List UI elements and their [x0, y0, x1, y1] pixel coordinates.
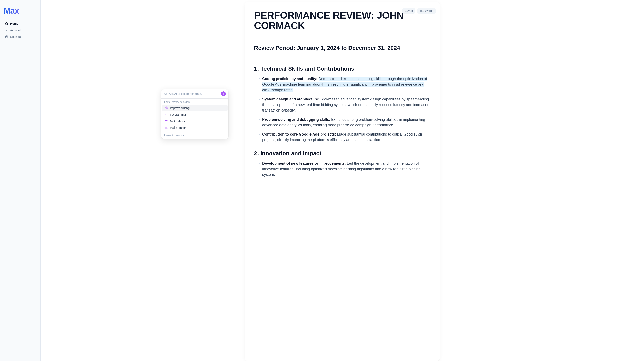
ai-popup: Edit or review selection Improve writing… [162, 89, 228, 139]
list-item: Contribution to core Google Ads projects… [258, 132, 431, 143]
sidebar-item-home[interactable]: Home [2, 20, 38, 27]
section-2-list: Development of new features or improveme… [254, 161, 431, 178]
ai-input-row [162, 89, 228, 98]
nav-list: Home Account Settings [0, 20, 40, 40]
ai-menu-label: Make longer [170, 126, 186, 129]
saved-badge: Saved [402, 8, 416, 14]
longer-icon [165, 126, 168, 129]
ai-more-label[interactable]: Use AI to do more [162, 132, 228, 139]
sparkle-icon [165, 106, 168, 110]
ai-menu-improve-writing[interactable]: Improve writing [162, 105, 228, 111]
nav-label: Account [10, 28, 21, 32]
svg-point-2 [164, 93, 166, 95]
ai-menu-label: Fix grammar [170, 113, 186, 116]
document-content[interactable]: PERFORMANCE REVIEW: JOHN CORMACK Review … [245, 2, 440, 178]
nav-label: Settings [10, 35, 21, 38]
nav-label: Home [10, 22, 18, 25]
item-label: System design and architecture: [262, 97, 320, 101]
ai-menu-label: Improve writing [170, 106, 190, 110]
user-icon [5, 28, 8, 32]
arrow-up-icon [222, 92, 225, 95]
item-label: Contribution to core Google Ads projects… [262, 132, 337, 136]
section-1-list: Coding proficiency and quality: Demonstr… [254, 76, 431, 143]
section-1-heading: 1. Technical Skills and Contributions [254, 66, 431, 72]
ai-menu: Improve writing Fix grammar Make shorter… [162, 105, 228, 131]
divider [254, 38, 431, 38]
list-item: Coding proficiency and quality: Demonstr… [258, 76, 431, 93]
title-text-1: PERFORMANCE REVIEW: JOHN [254, 10, 404, 21]
logo-text: Max [4, 6, 19, 15]
ai-menu-label: Make shorter [170, 120, 187, 123]
title-text-2-spellerror: CORMACK [254, 20, 305, 31]
word-count-badge: 480 Words [417, 8, 436, 14]
review-period-heading: Review Period: January 1, 2024 to Decemb… [254, 45, 431, 51]
svg-line-3 [166, 94, 167, 95]
search-icon [164, 92, 167, 96]
ai-menu-make-longer[interactable]: Make longer [162, 124, 228, 131]
svg-point-1 [6, 36, 7, 37]
list-item: System design and architecture: Showcase… [258, 96, 431, 113]
gear-icon [5, 35, 8, 38]
ai-menu-make-shorter[interactable]: Make shorter [162, 118, 228, 124]
list-item: Development of new features or improveme… [258, 161, 431, 178]
svg-point-0 [6, 29, 7, 30]
home-icon [5, 22, 8, 25]
item-label: Problem-solving and debugging skills: [262, 118, 331, 122]
check-icon [165, 113, 168, 116]
list-item: Problem-solving and debugging skills: Ex… [258, 117, 431, 128]
item-label: Development of new features or improveme… [262, 162, 347, 166]
app-root: Max Home Account Settings Saved 480 Word… [0, 0, 644, 361]
shorter-icon [165, 120, 168, 123]
status-badges: Saved 480 Words [402, 8, 436, 14]
sidebar-item-account[interactable]: Account [2, 27, 38, 34]
section-2-heading: 2. Innovation and Impact [254, 150, 431, 157]
logo: Max [0, 6, 40, 20]
sidebar-item-settings[interactable]: Settings [2, 34, 38, 40]
item-label: Coding proficiency and quality: [262, 77, 318, 81]
ai-prompt-input[interactable] [169, 92, 219, 96]
main: Saved 480 Words PERFORMANCE REVIEW: JOHN… [41, 0, 644, 361]
ai-menu-fix-grammar[interactable]: Fix grammar [162, 111, 228, 118]
ai-section-label: Edit or review selection [162, 98, 228, 105]
document-card: Saved 480 Words PERFORMANCE REVIEW: JOHN… [245, 2, 440, 361]
sidebar: Max Home Account Settings [0, 0, 41, 361]
ai-submit-button[interactable] [221, 92, 226, 96]
